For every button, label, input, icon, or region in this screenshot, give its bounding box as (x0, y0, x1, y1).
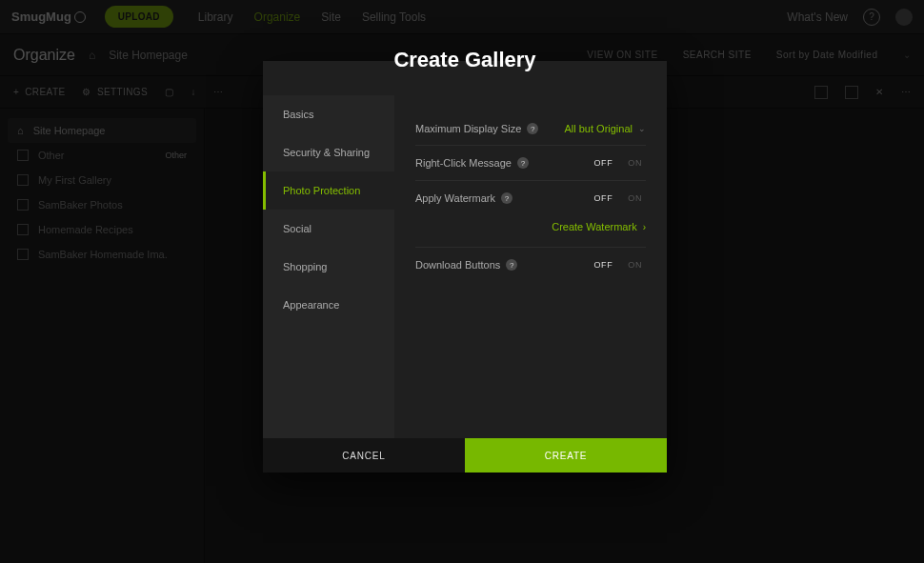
toggle-off-label: OFF (591, 191, 617, 205)
toolbar-icon-3[interactable]: ⋯ (213, 87, 223, 97)
topbar: SmugMug UPLOAD Library Organize Site Sel… (0, 0, 924, 34)
tab-appearance[interactable]: Appearance (263, 286, 394, 324)
brand-text: SmugMug (11, 10, 71, 24)
sidebar-item-label: My First Gallery (38, 174, 111, 186)
sidebar-item-homemade-ima[interactable]: SamBaker Homemade Ima. (8, 242, 196, 267)
top-nav: Library Organize Site Selling Tools (198, 10, 426, 24)
search-site-link[interactable]: SEARCH SITE (683, 50, 752, 60)
create-button-label: CREATE (25, 87, 65, 97)
download-toggle[interactable]: OFF ON (591, 258, 647, 271)
toggle-on-label: ON (624, 258, 646, 271)
create-button-label: CREATE (545, 451, 588, 461)
modal-actions: CANCEL CREATE (263, 438, 667, 473)
nav-site[interactable]: Site (321, 10, 341, 24)
create-button[interactable]: CREATE (465, 438, 667, 473)
sidebar-item-sambaker[interactable]: SamBaker Photos (8, 192, 196, 217)
view-grid-icon[interactable] (814, 86, 828, 99)
chevron-right-icon: › (643, 222, 646, 232)
settings-button[interactable]: ⚙ SETTINGS (82, 87, 148, 97)
toolbar-icon-1[interactable]: ▢ (165, 87, 173, 97)
help-icon[interactable]: ? (501, 192, 512, 204)
tab-photo-protection[interactable]: Photo Protection (263, 171, 394, 210)
overflow-icon[interactable]: ⋯ (901, 87, 911, 97)
plus-icon: + (13, 87, 19, 97)
sidebar-item-other[interactable]: Other Other (8, 143, 196, 168)
gallery-icon (17, 174, 29, 186)
help-icon[interactable]: ? (506, 259, 517, 271)
brand-icon (74, 11, 86, 23)
gallery-icon (17, 199, 29, 211)
sidebar-item-label: Site Homepage (33, 125, 106, 136)
sidebar-item-label: Homemade Recipes (38, 224, 133, 235)
sidebar-item-recipes[interactable]: Homemade Recipes (8, 217, 196, 242)
sidebar-item-tag: Other (165, 151, 187, 160)
sidebar-item-label: SamBaker Homemade Ima. (38, 249, 168, 260)
nav-organize[interactable]: Organize (254, 10, 301, 24)
help-icon[interactable]: ? (863, 9, 880, 26)
create-gallery-modal: Create Gallery Basics Security & Sharing… (263, 61, 667, 473)
help-icon[interactable]: ? (517, 157, 529, 169)
row-download-buttons: Download Buttons ? OFF ON (415, 248, 646, 282)
sort-select[interactable]: Sort by Date Modified (776, 50, 878, 60)
sort-chevron-icon: ⌄ (903, 50, 912, 60)
row-right-click-message: Right-Click Message ? OFF ON (415, 146, 646, 181)
chevron-down-icon: ⌄ (638, 124, 646, 133)
home-icon: ⌂ (17, 125, 24, 136)
home-icon: ⌂ (89, 49, 95, 62)
sidebar-item-first-gallery[interactable]: My First Gallery (8, 168, 196, 192)
max-display-label: Maximum Display Size (415, 123, 521, 134)
watermark-label: Apply Watermark (415, 192, 495, 204)
max-display-select[interactable]: All but Original ⌄ (564, 123, 646, 134)
max-display-value: All but Original (564, 123, 633, 134)
row-apply-watermark: Apply Watermark ? OFF ON (415, 181, 646, 211)
left-sidebar: ⌂ Site Homepage Other Other My First Gal… (0, 109, 205, 563)
modal-title: Create Gallery (263, 48, 667, 82)
upload-button[interactable]: UPLOAD (105, 6, 173, 28)
modal-panel: Maximum Display Size ? All but Original … (394, 95, 667, 438)
create-watermark-link[interactable]: Create Watermark › (552, 221, 646, 232)
settings-button-label: SETTINGS (97, 87, 148, 97)
right-click-label: Right-Click Message (415, 157, 512, 169)
row-max-display-size: Maximum Display Size ? All but Original … (415, 112, 646, 146)
sidebar-item-label: SamBaker Photos (38, 199, 123, 211)
toggle-on-label: ON (624, 156, 646, 170)
gear-icon: ⚙ (82, 87, 90, 97)
tab-shopping[interactable]: Shopping (263, 248, 394, 286)
help-icon[interactable]: ? (527, 123, 538, 134)
upload-button-label: UPLOAD (118, 11, 160, 22)
gallery-icon (17, 249, 29, 260)
brand: SmugMug (11, 10, 86, 24)
toolbar-icon-2[interactable]: ↓ (191, 87, 196, 97)
avatar[interactable] (895, 9, 913, 26)
breadcrumb[interactable]: Site Homepage (109, 49, 188, 62)
tab-social[interactable]: Social (263, 210, 394, 248)
nav-selling[interactable]: Selling Tools (362, 10, 426, 24)
download-label: Download Buttons (415, 259, 500, 271)
view-list-icon[interactable] (845, 86, 858, 99)
tab-security[interactable]: Security & Sharing (263, 133, 394, 171)
tab-basics[interactable]: Basics (263, 95, 394, 133)
sidebar-item-home[interactable]: ⌂ Site Homepage (8, 118, 196, 143)
modal-sidebar: Basics Security & Sharing Photo Protecti… (263, 95, 394, 438)
gallery-icon (17, 224, 29, 235)
whats-new-link[interactable]: What's New (787, 10, 848, 24)
watermark-toggle[interactable]: OFF ON (591, 191, 647, 205)
cancel-button[interactable]: CANCEL (263, 438, 465, 473)
close-toolbar-icon[interactable]: ✕ (875, 87, 883, 97)
folder-icon (17, 150, 29, 161)
toggle-off-label: OFF (591, 156, 617, 170)
sidebar-item-label: Other (38, 150, 65, 161)
create-watermark-label: Create Watermark (552, 221, 636, 232)
nav-library[interactable]: Library (198, 10, 233, 24)
toggle-off-label: OFF (591, 258, 617, 271)
page-title: Organize (13, 47, 75, 64)
create-button[interactable]: + CREATE (13, 87, 65, 97)
row-create-watermark: Create Watermark › (415, 211, 646, 248)
cancel-button-label: CANCEL (342, 451, 385, 461)
toggle-on-label: ON (624, 191, 646, 205)
right-click-toggle[interactable]: OFF ON (591, 156, 647, 170)
topbar-right: What's New ? (787, 9, 913, 26)
